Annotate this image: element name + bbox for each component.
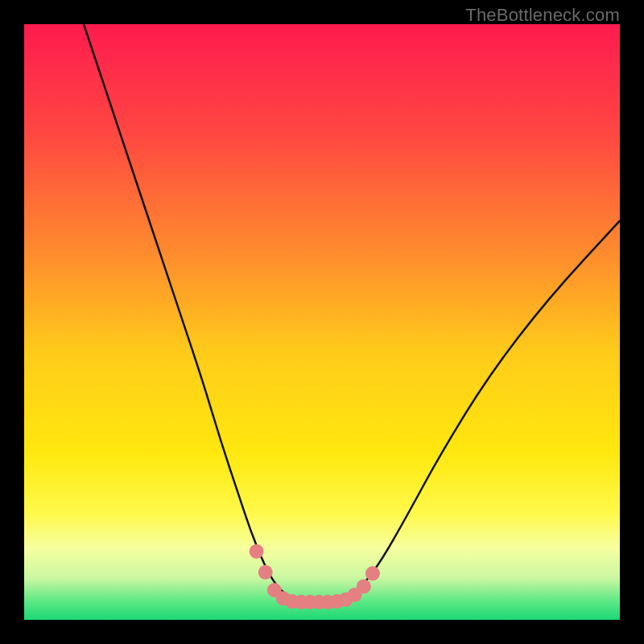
chart-frame: TheBottleneck.com bbox=[0, 0, 644, 644]
plot-area bbox=[24, 24, 620, 620]
watermark-text: TheBottleneck.com bbox=[465, 5, 620, 26]
curve-layer bbox=[24, 24, 620, 620]
